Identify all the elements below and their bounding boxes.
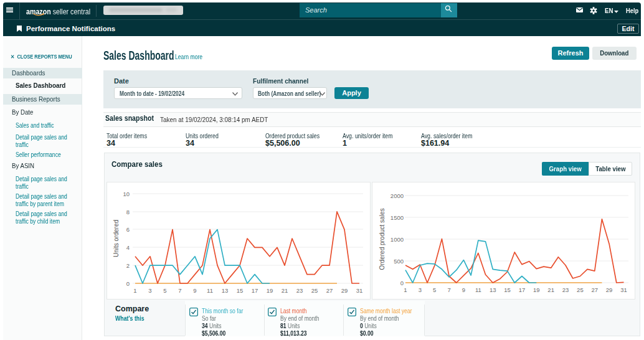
svg-text:29: 29 — [606, 286, 613, 293]
svg-text:11: 11 — [207, 287, 213, 294]
svg-text:9: 9 — [193, 287, 196, 294]
svg-text:3: 3 — [419, 286, 422, 293]
svg-text:3: 3 — [148, 287, 151, 294]
svg-text:2: 2 — [126, 262, 130, 269]
svg-text:29: 29 — [341, 287, 348, 294]
svg-text:5: 5 — [433, 286, 436, 293]
svg-text:15: 15 — [504, 286, 511, 293]
svg-text:19: 19 — [533, 286, 540, 293]
svg-text:1500: 1500 — [391, 214, 404, 221]
svg-text:7: 7 — [447, 286, 450, 293]
svg-text:25: 25 — [577, 286, 584, 293]
svg-text:21: 21 — [282, 287, 288, 294]
svg-text:19: 19 — [267, 287, 273, 294]
svg-text:500: 500 — [394, 258, 404, 265]
svg-text:31: 31 — [620, 286, 627, 293]
svg-text:1000: 1000 — [391, 236, 404, 243]
svg-text:0: 0 — [126, 280, 130, 287]
svg-text:15: 15 — [237, 287, 244, 294]
svg-text:13: 13 — [222, 287, 229, 294]
svg-text:5: 5 — [163, 287, 166, 294]
svg-text:21: 21 — [547, 286, 554, 293]
svg-text:6: 6 — [126, 226, 130, 233]
svg-text:10: 10 — [123, 191, 130, 197]
svg-text:23: 23 — [562, 286, 569, 293]
svg-text:27: 27 — [326, 287, 333, 294]
svg-text:1: 1 — [404, 286, 407, 293]
svg-text:Ordered product sales: Ordered product sales — [379, 209, 386, 270]
svg-text:1: 1 — [133, 287, 136, 294]
svg-text:0: 0 — [400, 280, 404, 286]
svg-text:31: 31 — [356, 287, 363, 294]
svg-text:13: 13 — [490, 286, 496, 293]
svg-text:27: 27 — [591, 286, 598, 293]
svg-text:25: 25 — [311, 287, 318, 294]
svg-text:17: 17 — [252, 287, 258, 294]
svg-text:4: 4 — [126, 244, 130, 251]
svg-text:9: 9 — [462, 286, 465, 293]
svg-text:7: 7 — [178, 287, 181, 294]
svg-text:8: 8 — [126, 209, 130, 215]
svg-text:23: 23 — [296, 287, 303, 294]
svg-text:2000: 2000 — [391, 192, 404, 199]
svg-text:Units ordered: Units ordered — [113, 220, 120, 257]
svg-text:17: 17 — [519, 286, 526, 293]
svg-text:11: 11 — [475, 286, 481, 293]
